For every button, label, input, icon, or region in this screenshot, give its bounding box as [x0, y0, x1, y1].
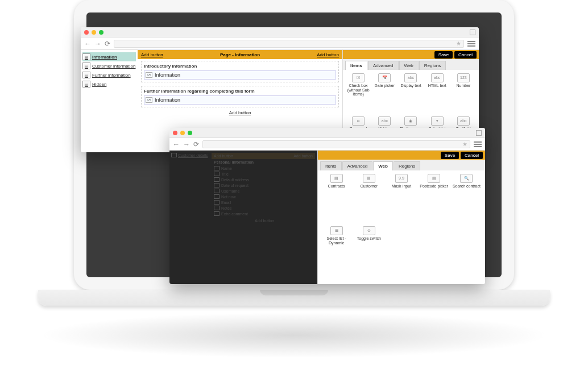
item-label: Toggle switch: [357, 236, 381, 241]
tab-regions[interactable]: Regions: [394, 161, 420, 170]
field-icon: [214, 172, 220, 176]
form-section: Introductory information </> Information: [141, 61, 339, 82]
palette-item[interactable]: 📅Date picker: [372, 73, 396, 114]
page-icon: ▤: [82, 53, 90, 60]
forward-icon[interactable]: →: [183, 140, 190, 148]
tab-advanced[interactable]: Advanced: [368, 61, 399, 70]
sidebar-item-customer[interactable]: ▤ Customer information: [82, 61, 136, 70]
panel-tabs: Items Advanced Web Regions: [318, 160, 485, 170]
reload-icon[interactable]: ⟳: [105, 40, 110, 48]
field-label: Default address: [221, 178, 249, 182]
add-button-left[interactable]: Add button: [141, 52, 163, 57]
add-button-bottom[interactable]: Add button: [138, 109, 342, 116]
items-panel: Save Cancel Items Advanced Web Regions ▤…: [317, 151, 485, 284]
bookmark-icon[interactable]: ★: [462, 141, 467, 147]
add-button-right: Add button: [293, 154, 313, 158]
palette-item[interactable]: ☑Check box (without Sub Items): [346, 73, 370, 114]
cancel-button[interactable]: Cancel: [461, 152, 483, 159]
browser-toolbar: ← → ⟳ ★: [169, 138, 485, 151]
form-field[interactable]: </> Information: [144, 70, 336, 80]
minimize-icon[interactable]: [92, 30, 96, 35]
tab-web[interactable]: Web: [373, 161, 393, 170]
reload-icon[interactable]: ⟳: [193, 140, 199, 148]
palette-item[interactable]: 🔍Search contract: [452, 174, 482, 224]
code-icon: </>: [146, 72, 152, 78]
item-icon: abc: [378, 116, 391, 126]
palette-item[interactable]: ▤Customer: [354, 174, 384, 224]
window-controls: [84, 30, 103, 35]
palette-item[interactable]: ▤Postcode picker: [419, 174, 449, 224]
items-grid: ▤Contracts▤Customer9.9Mask Input▤Postcod…: [318, 170, 485, 284]
palette-item[interactable]: abcDisplay text: [399, 73, 423, 114]
tab-items[interactable]: Items: [320, 161, 342, 170]
page-title: Page - Information: [220, 52, 260, 57]
forward-icon[interactable]: →: [94, 40, 101, 48]
palette-item[interactable]: 123Number: [452, 73, 475, 114]
field-label: Title: [221, 172, 229, 176]
window-controls: [173, 131, 192, 135]
item-icon: ▤: [428, 174, 440, 183]
sidebar-item-label: Customer information: [92, 64, 135, 69]
tab-items[interactable]: Items: [345, 61, 367, 70]
back-icon[interactable]: ←: [173, 140, 180, 148]
page-icon: ▤: [82, 81, 90, 87]
add-button-right[interactable]: Add button: [317, 52, 339, 57]
palette-item[interactable]: ▤Contracts: [321, 174, 351, 224]
url-bar[interactable]: ★: [114, 40, 464, 48]
item-label: Search contract: [453, 184, 481, 189]
item-icon: ••: [352, 116, 365, 126]
field-label: Name: [221, 166, 232, 170]
item-icon: abc: [431, 73, 444, 82]
minimize-icon[interactable]: [180, 131, 185, 135]
field-label: Information: [155, 97, 180, 103]
field-icon: [214, 183, 220, 187]
item-icon: ⊙: [363, 226, 375, 235]
maximize-icon[interactable]: [188, 131, 192, 135]
panel-actions: Save Cancel: [318, 151, 485, 160]
tab-advanced[interactable]: Advanced: [342, 161, 373, 170]
save-button[interactable]: Save: [441, 152, 459, 159]
palette-item[interactable]: ⊙Toggle switch: [354, 226, 384, 281]
close-icon[interactable]: [84, 30, 89, 35]
back-icon[interactable]: ←: [84, 40, 91, 48]
item-label: Display text: [400, 84, 421, 88]
item-icon: ▾: [431, 116, 444, 126]
field-label: Username: [221, 189, 239, 193]
form-field[interactable]: </> Information: [144, 95, 336, 105]
tab-web[interactable]: Web: [399, 61, 419, 70]
palette-item[interactable]: ☰Select list - Dynamic: [321, 226, 351, 281]
palette-item[interactable]: 9.9Mask Input: [386, 174, 416, 224]
expand-icon[interactable]: [476, 130, 482, 136]
sidebar-dim: Customer details: [171, 152, 211, 158]
item-icon: 123: [457, 73, 470, 82]
content: Customer details Add button Add button P…: [169, 151, 485, 284]
laptop-shadow: [38, 312, 550, 358]
code-icon: </>: [146, 97, 152, 103]
tab-regions[interactable]: Regions: [419, 61, 446, 70]
maximize-icon[interactable]: [99, 30, 103, 35]
sidebar-item-hidden[interactable]: ▤ Hidden: [82, 80, 136, 89]
field-icon: [214, 200, 220, 205]
dimmed-canvas: Customer details Add button Add button P…: [169, 151, 317, 284]
field-icon: [214, 194, 220, 199]
browser-window-2: ← → ⟳ ★ Customer details Add button Add …: [169, 128, 485, 284]
cancel-button[interactable]: Cancel: [454, 51, 477, 59]
save-button[interactable]: Save: [434, 51, 453, 59]
laptop-base: [38, 290, 550, 306]
menu-icon[interactable]: [474, 141, 482, 147]
sidebar-item-label: Customer details: [178, 153, 208, 157]
menu-icon[interactable]: [467, 41, 475, 47]
item-label: Select list - Dynamic: [321, 236, 351, 245]
item-icon: 9.9: [395, 174, 408, 183]
palette-item[interactable]: abcHTML text: [425, 73, 449, 114]
sidebar-item-further[interactable]: ▤ Further information: [82, 70, 136, 80]
item-icon: 🔍: [460, 174, 473, 183]
close-icon[interactable]: [173, 131, 177, 135]
field-icon: [214, 211, 220, 216]
url-bar[interactable]: ★: [202, 140, 470, 148]
form-field-dim: Email: [214, 199, 315, 205]
page-icon: ▤: [82, 72, 90, 78]
expand-icon[interactable]: [470, 30, 475, 35]
sidebar-item-information[interactable]: ▤ Information: [82, 52, 136, 61]
bookmark-icon[interactable]: ★: [456, 40, 461, 47]
